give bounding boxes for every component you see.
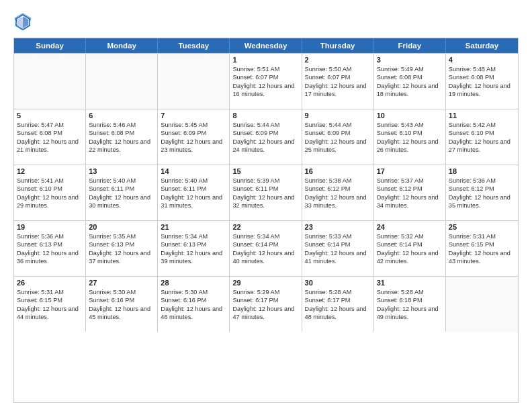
sunset-text: Sunset: 6:11 PM: [232, 185, 298, 193]
calendar-day-27: 27Sunrise: 5:30 AMSunset: 6:16 PMDayligh…: [86, 277, 158, 332]
calendar-day-25: 25Sunrise: 5:31 AMSunset: 6:15 PMDayligh…: [446, 221, 518, 276]
day-number: 4: [449, 56, 515, 64]
page: SundayMondayTuesdayWednesdayThursdayFrid…: [0, 0, 532, 411]
daylight-text: Daylight: 12 hours and 45 minutes.: [89, 305, 154, 322]
day-number: 3: [377, 56, 443, 64]
weekday-header-tuesday: Tuesday: [158, 38, 230, 53]
daylight-text: Daylight: 12 hours and 35 minutes.: [449, 193, 515, 210]
day-number: 9: [305, 111, 371, 120]
calendar-day-15: 15Sunrise: 5:39 AMSunset: 6:11 PMDayligh…: [230, 165, 302, 220]
sunset-text: Sunset: 6:08 PM: [17, 129, 83, 137]
sunrise-text: Sunrise: 5:29 AM: [232, 288, 298, 296]
sunrise-text: Sunrise: 5:43 AM: [377, 121, 443, 129]
sunrise-text: Sunrise: 5:45 AM: [161, 121, 226, 129]
day-number: 21: [161, 223, 226, 231]
calendar: SundayMondayTuesdayWednesdayThursdayFrid…: [13, 38, 519, 403]
calendar-week-2: 5Sunrise: 5:47 AMSunset: 6:08 PMDaylight…: [14, 109, 518, 165]
calendar-day-2: 2Sunrise: 5:50 AMSunset: 6:07 PMDaylight…: [302, 54, 374, 109]
daylight-text: Daylight: 12 hours and 43 minutes.: [449, 249, 515, 266]
daylight-text: Daylight: 12 hours and 41 minutes.: [305, 249, 371, 266]
sunrise-text: Sunrise: 5:34 AM: [232, 232, 298, 240]
calendar-day-19: 19Sunrise: 5:36 AMSunset: 6:13 PMDayligh…: [14, 221, 86, 276]
sunrise-text: Sunrise: 5:32 AM: [377, 232, 443, 240]
sunrise-text: Sunrise: 5:49 AM: [377, 65, 443, 73]
calendar-day-11: 11Sunrise: 5:42 AMSunset: 6:10 PMDayligh…: [446, 109, 518, 165]
calendar-day-16: 16Sunrise: 5:38 AMSunset: 6:12 PMDayligh…: [302, 165, 374, 220]
daylight-text: Daylight: 12 hours and 40 minutes.: [232, 249, 298, 266]
calendar-day-26: 26Sunrise: 5:31 AMSunset: 6:15 PMDayligh…: [14, 277, 86, 332]
calendar-day-12: 12Sunrise: 5:41 AMSunset: 6:10 PMDayligh…: [14, 165, 86, 220]
calendar-day-1: 1Sunrise: 5:51 AMSunset: 6:07 PMDaylight…: [230, 54, 302, 109]
calendar-header: SundayMondayTuesdayWednesdayThursdayFrid…: [14, 38, 518, 53]
sunset-text: Sunset: 6:12 PM: [449, 185, 515, 193]
sunset-text: Sunset: 6:12 PM: [377, 185, 443, 193]
sunrise-text: Sunrise: 5:41 AM: [17, 177, 83, 185]
day-number: 20: [89, 223, 154, 231]
calendar-day-30: 30Sunrise: 5:28 AMSunset: 6:17 PMDayligh…: [302, 277, 374, 332]
sunrise-text: Sunrise: 5:30 AM: [161, 288, 226, 296]
sunset-text: Sunset: 6:13 PM: [89, 240, 154, 248]
daylight-text: Daylight: 12 hours and 22 minutes.: [89, 138, 154, 154]
calendar-week-5: 26Sunrise: 5:31 AMSunset: 6:15 PMDayligh…: [14, 276, 518, 332]
day-number: 13: [89, 167, 154, 175]
day-number: 14: [161, 167, 226, 175]
sunrise-text: Sunrise: 5:47 AM: [17, 121, 83, 129]
daylight-text: Daylight: 12 hours and 17 minutes.: [305, 82, 371, 99]
sunrise-text: Sunrise: 5:30 AM: [89, 288, 154, 296]
sunrise-text: Sunrise: 5:28 AM: [305, 288, 371, 296]
day-number: 23: [305, 223, 371, 231]
sunset-text: Sunset: 6:07 PM: [232, 73, 298, 81]
sunrise-text: Sunrise: 5:34 AM: [161, 232, 226, 240]
day-number: 26: [17, 279, 83, 287]
day-number: 17: [377, 167, 443, 175]
calendar-week-1: 1Sunrise: 5:51 AMSunset: 6:07 PMDaylight…: [14, 53, 518, 109]
sunrise-text: Sunrise: 5:40 AM: [89, 177, 154, 185]
daylight-text: Daylight: 12 hours and 42 minutes.: [377, 249, 443, 266]
sunset-text: Sunset: 6:10 PM: [449, 129, 515, 137]
day-number: 25: [449, 223, 515, 231]
sunrise-text: Sunrise: 5:36 AM: [17, 232, 83, 240]
calendar-week-3: 12Sunrise: 5:41 AMSunset: 6:10 PMDayligh…: [14, 165, 518, 220]
calendar-day-14: 14Sunrise: 5:40 AMSunset: 6:11 PMDayligh…: [158, 165, 230, 220]
daylight-text: Daylight: 12 hours and 39 minutes.: [161, 249, 226, 266]
calendar-day-5: 5Sunrise: 5:47 AMSunset: 6:08 PMDaylight…: [14, 109, 86, 165]
sunrise-text: Sunrise: 5:28 AM: [377, 288, 443, 296]
day-number: 16: [305, 167, 371, 175]
sunset-text: Sunset: 6:07 PM: [305, 73, 371, 81]
day-number: 6: [89, 111, 154, 120]
daylight-text: Daylight: 12 hours and 36 minutes.: [17, 249, 83, 266]
daylight-text: Daylight: 12 hours and 23 minutes.: [161, 138, 226, 154]
sunrise-text: Sunrise: 5:35 AM: [89, 232, 154, 240]
daylight-text: Daylight: 12 hours and 47 minutes.: [232, 305, 298, 322]
daylight-text: Daylight: 12 hours and 27 minutes.: [449, 138, 515, 154]
calendar-day-23: 23Sunrise: 5:33 AMSunset: 6:14 PMDayligh…: [302, 221, 374, 276]
day-number: 22: [232, 223, 298, 231]
weekday-header-monday: Monday: [86, 38, 158, 53]
sunset-text: Sunset: 6:10 PM: [377, 129, 443, 137]
weekday-header-friday: Friday: [374, 38, 446, 53]
sunset-text: Sunset: 6:08 PM: [89, 129, 154, 137]
day-number: 31: [377, 279, 443, 287]
sunrise-text: Sunrise: 5:31 AM: [449, 232, 515, 240]
sunrise-text: Sunrise: 5:46 AM: [89, 121, 154, 129]
calendar-day-empty: [14, 54, 86, 109]
daylight-text: Daylight: 12 hours and 26 minutes.: [377, 138, 443, 154]
sunrise-text: Sunrise: 5:40 AM: [161, 177, 226, 185]
sunset-text: Sunset: 6:11 PM: [89, 185, 154, 193]
sunset-text: Sunset: 6:18 PM: [377, 296, 443, 304]
day-number: 15: [232, 167, 298, 175]
daylight-text: Daylight: 12 hours and 44 minutes.: [17, 305, 83, 322]
sunset-text: Sunset: 6:10 PM: [17, 185, 83, 193]
logo: [13, 12, 35, 31]
daylight-text: Daylight: 12 hours and 32 minutes.: [232, 193, 298, 210]
daylight-text: Daylight: 12 hours and 24 minutes.: [232, 138, 298, 154]
sunset-text: Sunset: 6:12 PM: [305, 185, 371, 193]
sunset-text: Sunset: 6:08 PM: [377, 73, 443, 81]
sunset-text: Sunset: 6:15 PM: [449, 240, 515, 248]
calendar-day-18: 18Sunrise: 5:36 AMSunset: 6:12 PMDayligh…: [446, 165, 518, 220]
logo-icon: [13, 12, 32, 31]
sunrise-text: Sunrise: 5:44 AM: [232, 121, 298, 129]
sunset-text: Sunset: 6:11 PM: [161, 185, 226, 193]
day-number: 24: [377, 223, 443, 231]
daylight-text: Daylight: 12 hours and 49 minutes.: [377, 305, 443, 322]
